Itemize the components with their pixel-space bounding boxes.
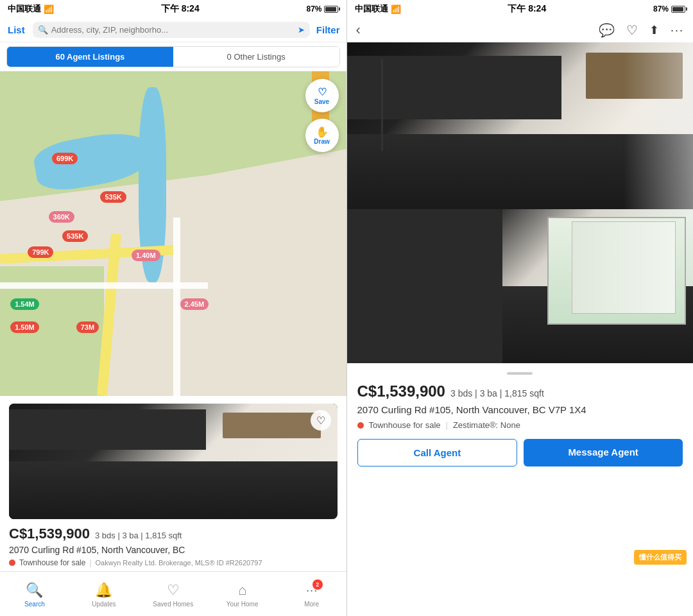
- scroll-indicator: [507, 372, 533, 375]
- right-status-bar: 中国联通 📶 下午 8:24 87%: [347, 0, 694, 18]
- more-badge-wrap: ··· 2: [305, 582, 317, 599]
- time-left: 下午 8:24: [161, 3, 200, 15]
- sale-dot: [9, 560, 15, 566]
- saved-homes-nav-label: Saved Homes: [153, 601, 193, 608]
- detail-specs: 3 bds | 3 ba | 1,815 sqft: [450, 388, 544, 398]
- detail-price-row: C$1,539,900 3 bds | 3 ba | 1,815 sqft: [357, 382, 683, 400]
- updates-nav-label: Updates: [92, 601, 116, 608]
- price-row: C$1,539,900 3 bds | 3 ba | 1,815 sqft: [9, 526, 338, 542]
- price-badge-699k[interactable]: 699K: [52, 153, 78, 164]
- draw-label: Draw: [314, 138, 329, 145]
- nav-search[interactable]: 🔍 Search: [0, 576, 69, 613]
- updates-nav-icon: 🔔: [95, 582, 112, 599]
- save-heart-icon: ♡: [318, 86, 327, 98]
- property-image-top: [347, 42, 694, 209]
- price-badge-245m[interactable]: 2.45M: [180, 298, 209, 310]
- map-road-2: [0, 282, 208, 289]
- property-tag-row: Townhouse for sale | Oakwyn Realty Ltd. …: [9, 558, 338, 567]
- property-details: 3 bds | 3 ba | 1,815 sqft: [95, 531, 182, 540]
- comment-icon[interactable]: 💬: [599, 22, 615, 38]
- more-icon[interactable]: ···: [671, 24, 684, 37]
- action-buttons: Call Agent Message Agent: [357, 439, 683, 466]
- save-button[interactable]: ♡ Save: [305, 79, 339, 112]
- property-image: ♡: [9, 404, 338, 519]
- right-status-left: 中国联通 📶: [355, 3, 401, 15]
- draw-button[interactable]: ✋ Draw: [305, 119, 339, 152]
- search-nav-label: Search: [24, 601, 45, 608]
- right-status-right: 87%: [653, 4, 685, 13]
- wifi-icon: 📶: [44, 4, 54, 14]
- watermark: 懂什么值得买: [634, 550, 687, 565]
- battery-percent-left: 87%: [306, 4, 321, 13]
- list-tab[interactable]: List: [6, 22, 26, 38]
- share-icon[interactable]: ⬆: [649, 23, 659, 37]
- heart-icon[interactable]: ♡: [626, 22, 638, 38]
- nav-saved-homes[interactable]: ♡ Saved Homes: [139, 576, 208, 613]
- search-header: List 🔍 ➤ Filter: [0, 18, 346, 42]
- search-icon: 🔍: [38, 25, 48, 35]
- price-badge-799k[interactable]: 799K: [28, 246, 53, 258]
- right-topbar: ‹ 💬 ♡ ⬆ ···: [347, 18, 694, 42]
- bottom-nav: 🔍 Search 🔔 Updates ♡ Saved Homes ⌂ Your …: [0, 571, 346, 616]
- price-badge-360k[interactable]: 360K: [49, 211, 74, 223]
- status-left: 中国联通 📶: [8, 3, 54, 15]
- saved-homes-nav-icon: ♡: [167, 582, 180, 599]
- save-label: Save: [314, 98, 329, 105]
- other-listings-tab[interactable]: 0 Other Listings: [173, 47, 339, 67]
- right-carrier: 中国联通: [355, 3, 388, 15]
- map-road-1: [173, 218, 180, 396]
- listings-toggle: 60 Agent Listings 0 Other Listings: [6, 46, 340, 67]
- call-agent-button[interactable]: Call Agent: [357, 439, 518, 466]
- detail-sale-dot: [357, 422, 364, 429]
- detail-address: 2070 Curling Rd #105, North Vancouver, B…: [357, 404, 683, 415]
- property-type: Townhouse for sale: [19, 558, 85, 567]
- price-badge-73m[interactable]: 73M: [76, 321, 99, 333]
- right-panel: 中国联通 📶 下午 8:24 87% ‹ 💬 ♡ ⬆ ···: [347, 0, 694, 616]
- carrier-left: 中国联通: [8, 3, 41, 15]
- price-badge-140m[interactable]: 1.40M: [132, 250, 160, 261]
- right-battery-percent: 87%: [653, 4, 669, 13]
- agent-listings-tab[interactable]: 60 Agent Listings: [7, 47, 173, 67]
- right-time: 下午 8:24: [508, 3, 546, 15]
- search-input[interactable]: [51, 25, 295, 35]
- price-badge-150m[interactable]: 1.50M: [10, 321, 39, 333]
- price-badge-535k-2[interactable]: 535K: [62, 230, 88, 242]
- nav-your-home[interactable]: ⌂ Your Home: [208, 576, 277, 613]
- search-nav-icon: 🔍: [26, 582, 43, 599]
- battery-icon-left: [324, 6, 338, 13]
- draw-icon: ✋: [316, 126, 329, 138]
- back-button[interactable]: ‹: [356, 22, 361, 38]
- detail-property-type: Townhouse for sale: [369, 420, 441, 430]
- nav-updates[interactable]: 🔔 Updates: [69, 576, 139, 613]
- detail-panel: C$1,539,900 3 bds | 3 ba | 1,815 sqft 20…: [347, 363, 694, 616]
- your-home-nav-label: Your Home: [227, 601, 259, 608]
- detail-tag-row: Townhouse for sale | Zestimate®: None: [357, 420, 683, 430]
- topbar-icons: 💬 ♡ ⬆ ···: [599, 22, 684, 38]
- filter-button[interactable]: Filter: [316, 24, 340, 35]
- price-badge-535k-1[interactable]: 535K: [100, 191, 126, 203]
- message-agent-button[interactable]: Message Agent: [524, 439, 683, 466]
- right-wifi-icon: 📶: [391, 4, 401, 14]
- property-address: 2070 Curling Rd #105, North Vancouver, B…: [9, 545, 338, 555]
- location-icon: ➤: [298, 25, 305, 35]
- nav-more[interactable]: ··· 2 More: [277, 576, 346, 613]
- property-price: C$1,539,900: [9, 526, 90, 542]
- right-battery-icon: [671, 6, 685, 13]
- price-badge-154m[interactable]: 1.54M: [10, 298, 39, 310]
- left-panel: 中国联通 📶 下午 8:24 87% List 🔍 ➤ Filter 60 Ag…: [0, 0, 346, 616]
- detail-zestimate: Zestimate®: None: [453, 420, 520, 430]
- property-brokerage: Oakwyn Realty Ltd. Brokerage, MLS® ID #R…: [96, 559, 262, 567]
- left-status-bar: 中国联通 📶 下午 8:24 87%: [0, 0, 346, 18]
- map-area[interactable]: 699K 535K 360K 535K 799K 1.40M 1.54M 1.5…: [0, 71, 346, 396]
- more-badge: 2: [312, 579, 323, 590]
- map-container: 699K 535K 360K 535K 799K 1.40M 1.54M 1.5…: [0, 71, 346, 396]
- detail-price: C$1,539,900: [357, 382, 445, 400]
- property-card[interactable]: ♡ C$1,539,900 3 bds | 3 ba | 1,815 sqft …: [0, 396, 346, 571]
- your-home-nav-icon: ⌂: [238, 582, 246, 599]
- status-right: 87%: [306, 4, 338, 13]
- property-heart-icon[interactable]: ♡: [311, 410, 331, 431]
- search-input-wrap[interactable]: 🔍 ➤: [33, 22, 310, 38]
- property-image-bottom: [347, 209, 694, 363]
- more-nav-label: More: [304, 601, 319, 608]
